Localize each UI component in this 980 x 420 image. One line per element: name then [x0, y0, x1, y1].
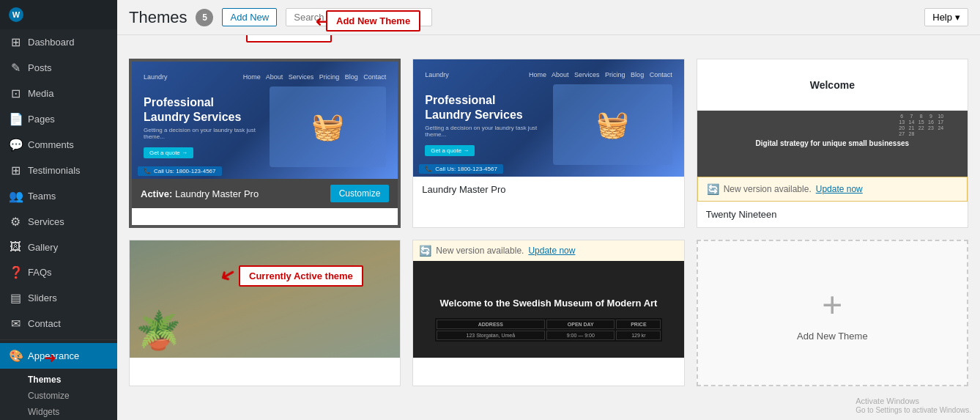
add-new-button[interactable]: Add New — [222, 8, 277, 26]
wordpress-logo: W — [9, 7, 23, 22]
laundry-active-preview: Laundry Home About Services Pricing Blog… — [132, 62, 398, 179]
theme-card-museum: 🔄 New version available. Update now Welc… — [412, 240, 684, 386]
update-now-link[interactable]: Update now — [816, 184, 863, 194]
twenty-nineteen-update-notice: 🔄 New version available. Update now — [697, 177, 968, 202]
sidebar-item-faqs[interactable]: ❓ FAQs — [0, 259, 117, 285]
sidebar-item-gallery[interactable]: 🖼 Gallery — [0, 235, 117, 259]
sidebar-label-dashboard: Dashboard — [28, 37, 75, 48]
services-icon: ⚙ — [9, 215, 22, 229]
page-title: Themes — [129, 8, 187, 27]
themes-sidebar-arrow-overlay: ➜ — [44, 349, 56, 366]
museum-preview: Welcome to the Swedish Museum of Modern … — [413, 261, 683, 358]
interior-footer — [130, 358, 400, 372]
price-val: 129 kr — [616, 331, 661, 340]
twenty-nineteen-tagline: Digital strategy for unique small busine… — [750, 139, 916, 149]
laundry-call-bar: 📞Call Us: 1800-123-4567 — [138, 166, 222, 176]
content-area: Add New Theme ➜ ➜ Currently Active theme — [117, 35, 980, 420]
laundry-active-footer: Active: Laundry Master Pro Customize — [132, 179, 398, 208]
twenty-nineteen-top: Welcome — [697, 59, 968, 111]
museum-update-text: New version available. — [436, 246, 524, 256]
museum-update-link[interactable]: Update now — [528, 246, 575, 256]
sidebar-label-media: Media — [28, 88, 53, 99]
sliders-icon: ▤ — [9, 291, 22, 305]
help-button[interactable]: Help ▾ — [924, 8, 968, 26]
calendar-grid: 678910 1314151617 2021222324 2728 — [894, 111, 968, 139]
add-new-theme-annotation: Add New Theme — [246, 35, 332, 43]
sidebar-item-comments[interactable]: 💬 Comments — [0, 132, 117, 158]
twenty-nineteen-bottom: Digital strategy for unique small busine… — [697, 111, 968, 177]
sidebar-label-contact: Contact — [28, 318, 61, 329]
theme-card-laundry-inactive: Laundry Home About Services Pricing Blog… — [412, 59, 684, 228]
media-icon: ⊡ — [9, 86, 22, 100]
address-val: 123 Storgatan, Umeå — [437, 331, 545, 340]
twenty-nineteen-name: Twenty Nineteen — [706, 209, 777, 220]
posts-icon: ✎ — [9, 61, 22, 75]
sidebar-sub-customize[interactable]: Customize — [22, 388, 117, 404]
add-new-box-label: Add New Theme — [326, 10, 420, 32]
sidebar-item-services[interactable]: ⚙ Services — [0, 209, 117, 235]
laundry2-cta: Get a quote → — [425, 145, 475, 156]
laundry-cta: Get a quote → — [144, 147, 193, 158]
sidebar-item-dashboard[interactable]: ⊞ Dashboard — [0, 29, 117, 55]
laundry-active-thumbnail: Laundry Home About Services Pricing Blog… — [132, 62, 398, 179]
museum-footer — [413, 358, 683, 372]
add-new-theme-annotation-overlay: ➜ Add New Theme — [315, 10, 420, 32]
sidebar-item-sliders[interactable]: ▤ Sliders — [0, 285, 117, 311]
theme-count-badge: 5 — [196, 9, 213, 26]
twenty-nineteen-footer: Twenty Nineteen — [697, 202, 968, 227]
testimonials-icon: ⊞ — [9, 163, 22, 177]
dashboard-icon: ⊞ — [9, 35, 22, 49]
laundry2-heading: Professional Laundry Services — [425, 93, 544, 121]
laundry-inactive-thumbnail: Laundry Home About Services Pricing Blog… — [413, 59, 683, 177]
museum-update-notice: 🔄 New version available. Update now — [413, 240, 683, 261]
active-theme-label: Active: Laundry Master Pro — [141, 188, 259, 199]
theme-card-add-new[interactable]: + Add New Theme — [697, 240, 968, 386]
theme-card-twenty-nineteen: Welcome Digital strategy for unique smal… — [697, 59, 968, 228]
sidebar-item-contact[interactable]: ✉ Contact — [0, 311, 117, 336]
gallery-icon: 🖼 — [9, 240, 22, 254]
sidebar-item-appearance[interactable]: 🎨 Appearance — [0, 343, 117, 369]
sidebar-label-pages: Pages — [28, 114, 55, 125]
add-icon: + — [822, 284, 842, 325]
sidebar-sub-widgets[interactable]: Widgets — [22, 404, 117, 420]
laundry-desc: Getting a decision on your laundry task … — [144, 127, 261, 140]
add-new-arrow: ➜ — [315, 12, 327, 30]
topbar: Themes 5 Add New Help ▾ — [117, 0, 980, 35]
museum-update-icon: 🔄 — [419, 245, 431, 257]
themes-grid: ➜ Currently Active theme Laundry Home Ab… — [129, 59, 968, 386]
sidebar-item-media[interactable]: ⊡ Media — [0, 81, 117, 106]
sidebar-label-testimonials: Testimonials — [28, 165, 81, 176]
interior-preview: 🪴 — [130, 240, 400, 358]
active-prefix: Active: — [141, 188, 175, 199]
sidebar-label-faqs: FAQs — [28, 267, 52, 278]
price-label: PRICE — [631, 322, 646, 327]
sidebar-label-sliders: Sliders — [28, 292, 57, 303]
laundry-inactive-preview: Laundry Home About Services Pricing Blog… — [413, 59, 683, 177]
laundry-nav-bar2: Laundry Home About Services Pricing Blog… — [425, 71, 672, 78]
laundry-image: 🧺 — [270, 86, 387, 167]
main-area: Themes 5 Add New Help ▾ Add New Theme ➜ — [117, 0, 980, 420]
update-notice-text: New version available. — [724, 184, 812, 194]
laundry-heading: Professional Laundry Services — [144, 95, 261, 123]
sidebar-item-teams[interactable]: 👥 Teams — [0, 183, 117, 209]
sidebar-label-services: Services — [28, 216, 64, 227]
faqs-icon: ❓ — [9, 265, 22, 279]
teams-icon: 👥 — [9, 189, 22, 203]
sidebar-label-comments: Comments — [28, 139, 74, 150]
sidebar-sub-themes[interactable]: Themes — [22, 372, 117, 388]
sidebar-separator — [0, 339, 117, 340]
twenty-nineteen-thumbnail: Welcome Digital strategy for unique smal… — [697, 59, 968, 177]
theme-card-laundry-active: ➜ Currently Active theme Laundry Home Ab… — [129, 59, 401, 228]
themes-page-wrapper: Add New Theme ➜ ➜ Currently Active theme — [129, 47, 968, 386]
sidebar-item-testimonials[interactable]: ⊞ Testimonials — [0, 158, 117, 183]
twenty-nineteen-preview: Welcome Digital strategy for unique smal… — [697, 59, 968, 177]
museum-table: ADDRESS OPEN DAY PRICE 123 Storgatan, Um… — [435, 318, 663, 342]
customize-button[interactable]: Customize — [330, 185, 390, 202]
open-label: OPEN DAY — [568, 322, 594, 327]
sidebar-item-posts[interactable]: ✎ Posts — [0, 55, 117, 81]
sidebar-item-pages[interactable]: 📄 Pages — [0, 106, 117, 132]
update-icon: 🔄 — [707, 183, 719, 195]
theme-card-interior: 🪴 — [129, 240, 401, 386]
comments-icon: 💬 — [9, 138, 22, 152]
sidebar-label-teams: Teams — [28, 191, 56, 202]
